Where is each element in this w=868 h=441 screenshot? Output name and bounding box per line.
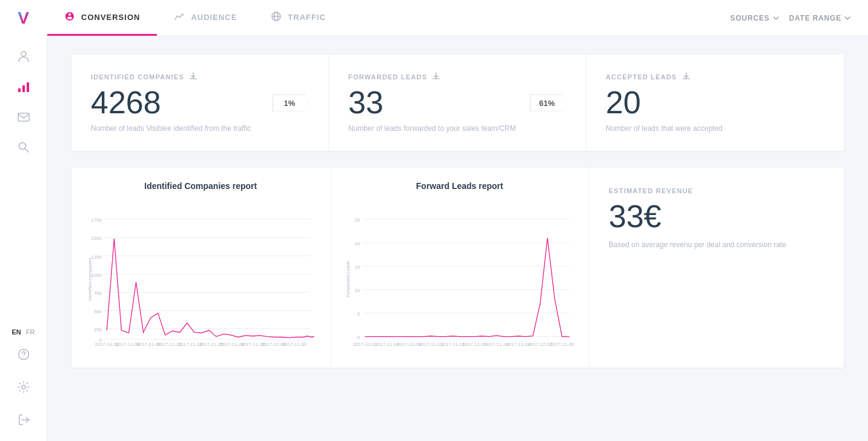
sources-dropdown[interactable]: SOURCES bbox=[731, 14, 780, 22]
topnav-right-controls: SOURCES DATE RANGE bbox=[731, 0, 868, 36]
svg-text:Forwarded Leads: Forwarded Leads bbox=[345, 261, 351, 297]
app-logo: V bbox=[18, 8, 29, 28]
svg-text:2017-11-20: 2017-11-20 bbox=[462, 342, 486, 347]
svg-text:2017-11-30: 2017-11-30 bbox=[282, 342, 306, 347]
svg-rect-3 bbox=[27, 82, 29, 92]
sidebar-logo: V bbox=[0, 0, 47, 36]
identified-companies-desc: Number of leads Visiblee identified from… bbox=[91, 123, 309, 134]
svg-rect-4 bbox=[18, 113, 29, 121]
page-content: IDENTIFIED COMPANIES 4268 Number of lead… bbox=[47, 36, 868, 441]
identified-companies-badge: 1% bbox=[273, 94, 309, 111]
svg-text:2017-11-04: 2017-11-04 bbox=[375, 342, 399, 347]
svg-text:2017-11-30: 2017-11-30 bbox=[550, 342, 574, 347]
top-navigation: CONVERSION AUDIENCE TRAFFIC SOURCES bbox=[47, 0, 868, 36]
svg-text:2017-11-08: 2017-11-08 bbox=[397, 342, 421, 347]
forwarded-leads-label: FORWARDED LEADS bbox=[348, 71, 566, 82]
tab-traffic[interactable]: TRAFFIC bbox=[254, 0, 343, 36]
date-range-dropdown[interactable]: DATE RANGE bbox=[789, 14, 851, 22]
chart2-title: Forward Leads report bbox=[345, 181, 575, 191]
revenue-value: 33€ bbox=[609, 201, 824, 232]
traffic-tab-icon bbox=[271, 11, 282, 24]
stat-forwarded-leads: FORWARDED LEADS 33 Number of leads forwa… bbox=[329, 55, 586, 151]
svg-text:2017-11-16: 2017-11-16 bbox=[440, 342, 465, 347]
forwarded-leads-badge: 61% bbox=[530, 94, 566, 111]
forwarded-leads-desc: Number of leads forwarded to your sales … bbox=[348, 123, 566, 134]
revenue-label: ESTIMATED REVENUE bbox=[609, 187, 824, 194]
svg-text:2017-12-02: 2017-12-02 bbox=[528, 342, 552, 347]
svg-text:500: 500 bbox=[94, 309, 102, 314]
svg-text:Identified companies: Identified companies bbox=[87, 257, 93, 300]
svg-point-5 bbox=[19, 143, 25, 150]
tab-conversion[interactable]: CONVERSION bbox=[47, 0, 157, 36]
svg-text:20: 20 bbox=[354, 241, 360, 247]
date-range-label: DATE RANGE bbox=[789, 14, 841, 22]
accepted-leads-desc: Number of leads that were accepted bbox=[606, 123, 824, 134]
estimated-revenue-card: ESTIMATED REVENUE 33€ Based on average r… bbox=[589, 168, 844, 368]
svg-point-0 bbox=[21, 51, 26, 56]
svg-text:5: 5 bbox=[357, 311, 359, 317]
svg-text:10: 10 bbox=[354, 288, 360, 294]
tab-audience[interactable]: AUDIENCE bbox=[157, 0, 254, 36]
svg-text:25: 25 bbox=[354, 217, 360, 223]
svg-text:1750: 1750 bbox=[91, 217, 102, 223]
sources-label: SOURCES bbox=[731, 14, 770, 22]
identified-companies-label: IDENTIFIED COMPANIES bbox=[91, 71, 309, 82]
svg-line-6 bbox=[25, 149, 28, 153]
forward-leads-chart: Forward Leads report 25 20 15 10 5 0 bbox=[331, 168, 590, 368]
accepted-leads-value: 20 bbox=[606, 87, 824, 118]
stat-identified-companies: IDENTIFIED COMPANIES 4268 Number of lead… bbox=[71, 55, 329, 151]
download-icon-2[interactable] bbox=[432, 71, 440, 82]
conversion-tab-label: CONVERSION bbox=[81, 13, 140, 22]
charts-row: Identified Companies report 1750 1500 12… bbox=[71, 168, 844, 368]
audience-tab-icon bbox=[174, 11, 185, 24]
chart1-title: Identified Companies report bbox=[86, 181, 316, 191]
chart1-container: 1750 1500 1250 1000 750 500 250 0 bbox=[86, 201, 316, 360]
svg-text:2017-11-12: 2017-11-12 bbox=[419, 342, 443, 347]
svg-text:0: 0 bbox=[357, 335, 359, 340]
lang-fr[interactable]: FR bbox=[26, 328, 35, 336]
sidebar: V bbox=[0, 0, 47, 441]
svg-text:2017-11-28: 2017-11-28 bbox=[506, 342, 530, 347]
traffic-tab-label: TRAFFIC bbox=[288, 13, 326, 22]
sidebar-item-help[interactable] bbox=[10, 340, 38, 368]
svg-text:1250: 1250 bbox=[91, 254, 102, 260]
svg-point-8 bbox=[23, 357, 24, 358]
svg-text:15: 15 bbox=[354, 265, 360, 270]
sidebar-item-search[interactable] bbox=[10, 133, 38, 161]
revenue-desc: Based on average revenu per deal and con… bbox=[609, 239, 824, 250]
svg-rect-1 bbox=[18, 88, 21, 92]
sidebar-item-chart[interactable] bbox=[10, 73, 38, 101]
sidebar-item-person[interactable] bbox=[10, 42, 38, 70]
stat-accepted-leads: ACCEPTED LEADS 20 Number of leads that w… bbox=[586, 55, 844, 151]
sidebar-item-mail[interactable] bbox=[10, 103, 38, 131]
conversion-tab-icon bbox=[64, 11, 75, 24]
svg-text:1500: 1500 bbox=[91, 236, 102, 241]
svg-text:250: 250 bbox=[94, 327, 102, 333]
accepted-leads-label: ACCEPTED LEADS bbox=[606, 71, 824, 82]
svg-text:2017-11-24: 2017-11-24 bbox=[484, 342, 508, 347]
stats-row: IDENTIFIED COMPANIES 4268 Number of lead… bbox=[71, 55, 844, 151]
svg-text:1000: 1000 bbox=[91, 273, 102, 278]
svg-rect-2 bbox=[22, 85, 25, 92]
svg-text:750: 750 bbox=[94, 291, 102, 296]
download-icon[interactable] bbox=[189, 71, 197, 82]
svg-text:2017-10-31: 2017-10-31 bbox=[353, 342, 377, 347]
sidebar-bottom: EN FR bbox=[0, 328, 47, 441]
sidebar-item-logout[interactable] bbox=[10, 406, 38, 434]
chart2-container: 25 20 15 10 5 0 Forwar bbox=[345, 201, 575, 360]
lang-en[interactable]: EN bbox=[12, 328, 21, 336]
language-switcher: EN FR bbox=[12, 328, 35, 336]
main-content: CONVERSION AUDIENCE TRAFFIC SOURCES bbox=[47, 0, 868, 441]
sidebar-item-settings[interactable] bbox=[10, 373, 38, 401]
download-icon-3[interactable] bbox=[682, 71, 691, 82]
svg-point-9 bbox=[22, 385, 25, 389]
identified-companies-chart: Identified Companies report 1750 1500 12… bbox=[71, 168, 331, 368]
audience-tab-label: AUDIENCE bbox=[191, 13, 237, 22]
sidebar-nav bbox=[0, 36, 47, 328]
